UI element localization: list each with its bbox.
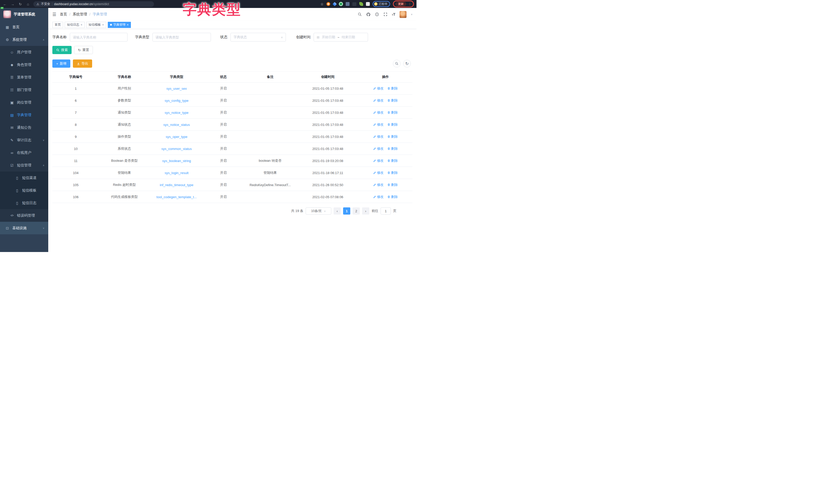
dict-name-input[interactable] [70, 33, 127, 42]
dict-type-link[interactable]: sys_notice_type [165, 111, 188, 115]
extension-gem-icon[interactable] [333, 2, 337, 6]
hamburger-icon[interactable]: ☰ [52, 12, 56, 17]
extension-onetab-icon[interactable]: on [352, 2, 356, 6]
sidebar-item-角色管理[interactable]: ☻角色管理 [0, 58, 48, 71]
tab-首页[interactable]: 首页 [52, 22, 63, 28]
extensions-puzzle-icon[interactable] [366, 2, 370, 6]
extension-grid-icon[interactable] [346, 2, 350, 6]
extension-green-icon[interactable] [339, 2, 343, 6]
add-button[interactable]: + 新增 [52, 59, 70, 68]
breadcrumb-home[interactable]: 首页 [60, 12, 67, 17]
github-icon[interactable] [366, 12, 371, 17]
sidebar-item-短信管理[interactable]: ☑短信管理∧ [0, 159, 48, 172]
dict-type-link[interactable]: sys_common_status [161, 147, 192, 151]
sidebar-item-菜单管理[interactable]: ☰菜单管理 [0, 71, 48, 83]
page-button-1[interactable]: 1 [343, 207, 350, 215]
sidebar-item-部门管理[interactable]: ☷部门管理 [0, 83, 48, 96]
search-button[interactable]: 搜索 [52, 46, 72, 54]
edit-link[interactable]: 修改 [373, 195, 384, 199]
bookmark-star-icon[interactable]: ☆ [320, 2, 324, 6]
dict-type-link[interactable]: sys_notice_status [163, 123, 190, 127]
edit-link[interactable]: 修改 [373, 134, 384, 139]
edit-link[interactable]: 修改 [373, 158, 384, 163]
dict-type-input[interactable] [152, 33, 211, 42]
page-button-2[interactable]: 2 [353, 207, 360, 215]
sidebar-item-岗位管理[interactable]: ▣岗位管理 [0, 96, 48, 109]
edit-link[interactable]: 修改 [373, 146, 384, 151]
sidebar-item-用户管理[interactable]: ☺用户管理 [0, 46, 48, 58]
tab-短信日志[interactable]: 短信日志× [65, 22, 85, 28]
delete-link[interactable]: 删除 [387, 110, 398, 115]
edit-link[interactable]: 修改 [373, 98, 384, 103]
delete-link[interactable]: 删除 [387, 86, 398, 91]
reload-icon[interactable]: ↻ [18, 2, 23, 6]
sidebar-item-label: 短信渠道 [22, 176, 37, 180]
delete-link[interactable]: 删除 [387, 195, 398, 199]
fullscreen-icon[interactable] [383, 12, 387, 17]
post-badge-icon: ▣ [10, 100, 14, 105]
sidebar-item-短信日志[interactable]: ▯短信日志 [0, 197, 48, 209]
dict-type-link[interactable]: inf_redis_timeout_type [160, 183, 193, 187]
edit-link[interactable]: 修改 [373, 122, 384, 127]
extension-leaf-icon[interactable] [359, 2, 363, 6]
refresh-table-button[interactable]: ↻ [403, 60, 411, 68]
sidebar-item-首页[interactable]: ▦首页 [0, 21, 48, 33]
sidebar-item-审计日志[interactable]: ✎审计日志∨ [0, 134, 48, 146]
show-search-toggle-button[interactable] [393, 60, 401, 68]
delete-link[interactable]: 删除 [387, 98, 398, 103]
reset-button[interactable]: ↻ 重置 [74, 46, 93, 54]
help-icon[interactable]: ? [375, 12, 379, 17]
dict-type-link[interactable]: tool_codegen_template_t... [157, 195, 197, 199]
paused-extension-pill[interactable]: 已暂停 [373, 1, 390, 7]
status-select[interactable]: 字典状态 ∨ [231, 33, 286, 42]
font-size-icon[interactable]: тT [392, 12, 395, 17]
dict-type-link[interactable]: sys_user_sex [166, 87, 187, 91]
delete-link[interactable]: 删除 [387, 158, 398, 163]
dict-type-link[interactable]: sys_login_result [165, 171, 188, 175]
tab-短信模板[interactable]: 短信模板× [86, 22, 106, 28]
browser-menu-icon[interactable]: ⋮ [408, 2, 411, 6]
close-icon[interactable]: × [102, 23, 104, 27]
extension-orange-icon[interactable] [327, 2, 330, 6]
back-icon[interactable]: ← [3, 2, 7, 6]
chrome-update-button[interactable]: 更新 [396, 2, 406, 6]
reset-button-label: 重置 [82, 48, 89, 52]
sidebar-item-基础设施[interactable]: ⊡基础设施∨ [0, 222, 48, 234]
sidebar-item-在线用户[interactable]: ∞在线用户 [0, 146, 48, 159]
dict-type-link[interactable]: sys_boolean_string [162, 159, 191, 163]
date-range-picker[interactable]: ⊞ 开始日期 ~ 结束日期 [314, 33, 368, 42]
sidebar-item-通知公告[interactable]: ✉通知公告 [0, 121, 48, 134]
goto-page-input[interactable] [381, 207, 391, 215]
next-page-button[interactable]: › [362, 207, 369, 215]
edit-link[interactable]: 修改 [373, 171, 384, 175]
search-icon[interactable] [358, 12, 362, 17]
sidebar-item-错误码管理[interactable]: </>错误码管理 [0, 209, 48, 222]
dict-type-link[interactable]: sys_oper_type [166, 135, 188, 139]
sidebar-item-系统管理[interactable]: ⚙系统管理∧ [0, 33, 48, 46]
delete-link[interactable]: 删除 [387, 171, 398, 175]
close-icon[interactable]: × [80, 23, 82, 27]
chevron-down-icon[interactable]: ▾ [411, 13, 412, 16]
export-button[interactable]: 导出 [73, 59, 92, 68]
prev-page-button[interactable]: ‹ [334, 207, 341, 215]
close-icon[interactable]: × [127, 23, 128, 27]
edit-link[interactable]: 修改 [373, 182, 384, 187]
tab-字典管理[interactable]: 字典管理× [108, 22, 131, 28]
home-icon[interactable]: ⌂ [26, 2, 30, 6]
app-logo[interactable]: 芋道管理系统 [0, 8, 48, 21]
edit-link[interactable]: 修改 [373, 86, 384, 91]
delete-link[interactable]: 删除 [387, 182, 398, 187]
delete-link[interactable]: 删除 [387, 134, 398, 139]
delete-link[interactable]: 删除 [387, 146, 398, 151]
delete-link[interactable]: 删除 [387, 122, 398, 127]
user-avatar[interactable] [400, 11, 406, 18]
dict-type-link[interactable]: sys_config_type [165, 99, 188, 103]
sidebar-item-短信渠道[interactable]: ▯短信渠道 [0, 172, 48, 184]
forward-icon[interactable]: → [10, 2, 15, 6]
address-bar[interactable]: ⚠ 不安全 dashboard.yudao.iocoder.cn/system/… [33, 1, 154, 7]
sidebar-item-短信模板[interactable]: ▯短信模板 [0, 184, 48, 197]
sidebar-item-字典管理[interactable]: ▤字典管理 [0, 109, 48, 121]
edit-link[interactable]: 修改 [373, 110, 384, 115]
breadcrumb-system[interactable]: 系统管理 [73, 12, 87, 17]
page-size-select[interactable]: 10条/页 ∨ [306, 207, 331, 215]
